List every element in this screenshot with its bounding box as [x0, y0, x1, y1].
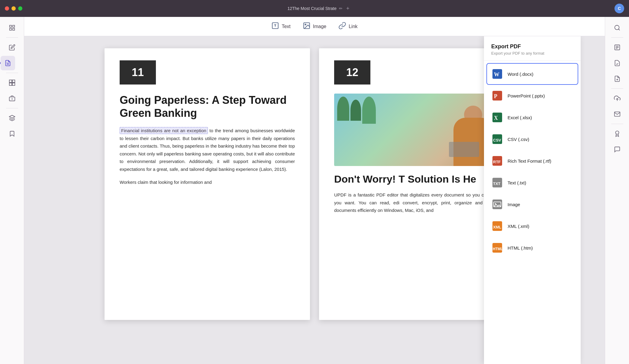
page-12-image [334, 94, 509, 166]
page-11-body2: Workers claim that looking for informati… [120, 178, 295, 186]
svg-rect-2 [9, 28, 11, 30]
word-icon: W [492, 69, 503, 79]
svg-text:RTF: RTF [493, 160, 501, 164]
svg-marker-13 [9, 115, 15, 118]
csv-icon: CSV [492, 134, 503, 145]
svg-rect-6 [9, 80, 11, 82]
add-tab-button[interactable]: + [346, 5, 350, 12]
export-item-word[interactable]: W Word (.docx) [486, 63, 578, 85]
svg-text:X: X [494, 115, 498, 121]
svg-rect-7 [12, 80, 15, 82]
sidebar-chat-button[interactable] [610, 142, 624, 157]
page-11-body-rest: to the trend among businesses worldwide … [120, 128, 295, 172]
page-number-12: 12 [334, 60, 370, 85]
sidebar-divider-2 [6, 73, 18, 73]
svg-text:HTML: HTML [493, 247, 502, 251]
maximize-button[interactable] [18, 6, 22, 11]
export-item-html[interactable]: HTML HTML (.htm) [484, 237, 581, 259]
export-excel-label: Excel (.xlsx) [508, 115, 532, 120]
sidebar-icon-bookmark[interactable] [5, 126, 19, 141]
sidebar-badge-button[interactable] [610, 126, 624, 141]
sidebar-icon-stamp[interactable] [5, 91, 19, 106]
rtf-icon: RTF [492, 155, 503, 166]
highlighted-text: Financial institutions are not an except… [120, 127, 208, 134]
sidebar-icon-layers[interactable] [5, 111, 19, 125]
export-html-label: HTML (.htm) [508, 245, 533, 251]
sidebar-icon-edit[interactable] [5, 40, 19, 55]
sidebar-icon-organize[interactable] [5, 75, 19, 90]
sidebar-extract-button[interactable] [610, 72, 624, 86]
right-sidebar [605, 17, 629, 364]
page-11-body: Financial institutions are not an except… [120, 127, 295, 173]
image-icon [492, 199, 503, 210]
image-label: Image [313, 24, 326, 29]
top-toolbar: Text Image Link [24, 17, 605, 36]
xml-icon: XML [492, 221, 503, 231]
sidebar-divider-1 [6, 37, 18, 38]
titlebar: 12The Most Crucial Strate ✏ + C [0, 0, 629, 17]
export-item-image[interactable]: Image [484, 193, 581, 215]
right-divider-1 [611, 37, 623, 38]
close-button[interactable] [5, 6, 9, 11]
export-image-label: Image [508, 202, 520, 207]
toolbar-text-button[interactable]: Text [271, 22, 290, 31]
main-layout: Text Image Link 11 Going [0, 17, 629, 364]
ppt-icon: P [492, 90, 503, 101]
export-item-excel[interactable]: X Excel (.xlsx) [484, 107, 581, 128]
page-number-11: 11 [120, 60, 156, 85]
excel-icon: X [492, 112, 503, 123]
svg-rect-1 [12, 25, 14, 27]
minimize-button[interactable] [11, 6, 16, 11]
edit-title-icon[interactable]: ✏ [339, 6, 343, 11]
sidebar-scan-button[interactable] [610, 56, 624, 70]
sidebar-icon-annotate[interactable] [1, 56, 15, 70]
text-label: Text [282, 24, 290, 29]
page-12-title: Don't Worry! T Solution Is He [334, 173, 509, 185]
right-divider-3 [611, 124, 623, 124]
left-sidebar [0, 17, 24, 364]
page-11-title: Going Paperless: A Step Toward Green Ban… [120, 94, 295, 120]
image-toolbar-icon [303, 22, 311, 31]
export-item-xml[interactable]: XML XML (.xml) [484, 215, 581, 237]
export-item-txt[interactable]: TXT Text (.txt) [484, 172, 581, 193]
sidebar-divider-3 [6, 108, 18, 108]
svg-text:XML: XML [493, 225, 502, 229]
export-word-label: Word (.docx) [508, 72, 534, 77]
export-rtf-label: Rich Text Format (.rtf) [508, 158, 551, 164]
svg-rect-9 [12, 83, 15, 85]
txt-icon: TXT [492, 177, 503, 188]
toolbar-image-button[interactable]: Image [303, 22, 326, 31]
titlebar-center: 12The Most Crucial Strate ✏ + [26, 5, 611, 12]
export-subtitle: Export your PDF to any format [491, 51, 573, 56]
avatar[interactable]: C [614, 4, 624, 13]
svg-text:CSV: CSV [493, 138, 501, 142]
link-label: Link [349, 24, 357, 29]
toolbar-link-button[interactable]: Link [338, 22, 357, 31]
sidebar-icon-pages[interactable] [5, 21, 19, 35]
svg-rect-0 [9, 25, 11, 27]
export-item-rtf[interactable]: RTF Rich Text Format (.rtf) [484, 150, 581, 172]
svg-text:W: W [494, 72, 499, 78]
export-item-ppt[interactable]: P PowerPoint (.pptx) [484, 85, 581, 107]
export-txt-label: Text (.txt) [508, 180, 526, 185]
svg-rect-8 [9, 83, 11, 85]
svg-text:P: P [494, 93, 497, 99]
sidebar-mail-button[interactable] [610, 107, 624, 121]
pdf-page-11: 11 Going Paperless: A Step Toward Green … [105, 48, 310, 320]
page-12-body: UPDF is a fantastic PDF editor that digi… [334, 191, 509, 214]
svg-point-36 [614, 25, 619, 30]
doc-title: 12The Most Crucial Strate [287, 6, 337, 11]
traffic-lights [5, 6, 22, 11]
sidebar-upload-button[interactable] [610, 91, 624, 106]
link-toolbar-icon [338, 22, 346, 31]
sidebar-ocr-button[interactable] [610, 40, 624, 55]
export-csv-label: CSV (.csv) [508, 137, 529, 142]
export-panel: Export PDF Export your PDF to any format… [484, 36, 581, 364]
export-item-csv[interactable]: CSV CSV (.csv) [484, 128, 581, 150]
right-divider-2 [611, 88, 623, 89]
export-items-list: W Word (.docx) P PowerPoint (.pptx) [484, 61, 581, 261]
svg-line-37 [618, 29, 620, 30]
svg-point-16 [305, 24, 306, 25]
svg-rect-3 [12, 28, 14, 30]
sidebar-search-button[interactable] [610, 21, 624, 35]
